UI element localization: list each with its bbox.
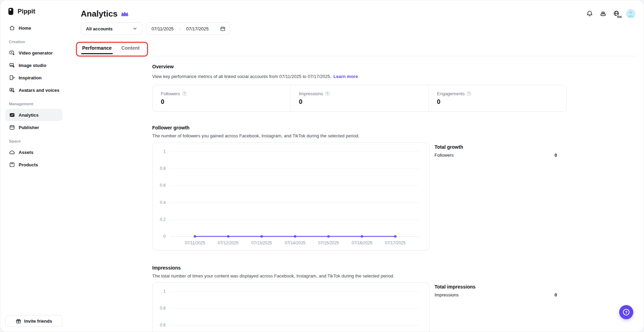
app-window: Pippit Home Creation Video generator [0,0,644,332]
analytics-icon [9,112,15,118]
summary-value: 0 [555,153,557,158]
metric-impressions: Impressions ? 0 [290,85,428,111]
topbar-actions: EN [586,9,635,18]
sidebar-nav: Home Creation Video generator Image stud… [0,22,68,171]
impressions-description: The total number of times your content w… [152,273,567,279]
plan-usage-icon[interactable] [599,10,607,18]
overview-description: View key performance metrics of all link… [152,74,567,79]
follower-growth-heading: Follower growth [152,125,567,130]
pippit-logo-icon [7,7,15,16]
sidebar-item-label: Avatars and voices [19,88,59,93]
question-mark-icon: ? [623,309,630,315]
gift-icon [16,318,21,324]
chart-series-line [153,283,429,332]
sidebar-item-inspiration[interactable]: Inspiration [5,71,62,84]
sidebar-item-publisher[interactable]: Publisher [5,121,62,134]
image-studio-icon [9,62,15,68]
overview-description-text: View key performance metrics of all link… [152,74,331,79]
sidebar-item-label: Publisher [19,125,39,130]
overview-heading: Overview [152,64,567,69]
sidebar-item-avatars-and-voices[interactable]: Avatars and voices [5,84,62,96]
sidebar-item-label: Assets [19,150,33,155]
follower-growth-description: The number of followers you gained acros… [152,133,567,138]
publisher-icon [9,124,15,130]
tab-content[interactable]: Content [121,43,140,56]
sidebar-item-label: Inspiration [19,75,41,80]
home-icon [9,25,15,31]
metric-label: Impressions [299,91,323,96]
filters-row: All accounts 07/11/2025 - 07/17/2025 [81,22,636,35]
summary-value: 0 [555,292,557,297]
metric-value: 0 [299,98,428,106]
help-circle-icon[interactable]: ? [325,91,330,96]
main-content: Analytics All accounts 07/11/2025 - 07/1… [68,0,644,332]
notification-bell-icon[interactable] [586,10,593,18]
date-range-picker[interactable]: 07/11/2025 - 07/17/2025 [146,22,230,35]
metric-value: 0 [161,98,290,106]
user-avatar[interactable] [626,9,635,18]
metric-label: Engagements [437,91,465,96]
summary-label: Impressions [435,292,459,297]
date-end: 07/17/2025 [186,26,208,31]
sidebar-section-space: Space [9,139,68,145]
sidebar-item-image-studio[interactable]: Image studio [5,59,62,71]
tabs-row: Performance Content [81,43,636,56]
sidebar-item-label: Home [19,26,31,31]
metric-engagements: Engagements ? 0 [428,85,566,111]
sidebar-section-management: Management [9,102,68,108]
account-select[interactable]: All accounts [81,22,142,35]
language-label: EN [617,15,622,19]
summary-label: Followers [435,153,454,158]
brand-name: Pippit [18,8,35,15]
page-title: Analytics [81,9,118,19]
summary-title: Total growth [435,144,567,150]
chart-series-line [153,143,429,250]
invite-friends-label: Invite friends [24,319,52,324]
sidebar-section-creation: Creation [9,40,68,46]
follower-growth-chart: 10.80.60.40.2007/11/202507/12/202507/13/… [152,143,430,251]
crown-icon [121,11,129,17]
assets-icon [9,149,15,155]
metric-label: Followers [161,91,180,96]
sidebar: Pippit Home Creation Video generator [0,0,68,332]
sidebar-item-home[interactable]: Home [5,22,62,34]
date-start: 07/11/2025 [152,26,174,31]
performance-sections: Overview View key performance metrics of… [152,64,567,332]
help-circle-icon[interactable]: ? [467,91,471,96]
learn-more-link[interactable]: Learn more [333,74,358,79]
summary-title: Total impressions [435,284,567,290]
inspiration-icon [9,75,15,81]
sidebar-item-video-generator[interactable]: Video generator [5,47,62,59]
sidebar-item-assets[interactable]: Assets [5,146,62,158]
invite-friends-button[interactable]: Invite friends [5,315,62,327]
sidebar-item-analytics[interactable]: Analytics [5,109,62,121]
total-growth-summary: Total growth Followers 0 [435,143,567,158]
metric-followers: Followers ? 0 [153,85,290,111]
sidebar-item-label: Analytics [19,113,39,118]
language-globe-icon[interactable]: EN [613,10,620,18]
chevron-down-icon [132,26,138,31]
impressions-chart: 10.80.60.40.2007/11/202507/12/202507/13/… [152,282,430,332]
sidebar-item-label: Video generator [19,50,53,56]
calendar-icon [220,26,226,32]
sidebar-item-label: Image studio [19,63,46,68]
total-impressions-summary: Total impressions Impressions 0 [435,282,567,297]
pippit-logo[interactable]: Pippit [7,7,68,16]
help-button[interactable]: ? [619,305,633,319]
overview-metrics-card: Followers ? 0 Impressions ? 0 Engagement… [152,85,567,112]
metric-value: 0 [437,98,566,106]
help-circle-icon[interactable]: ? [182,91,187,96]
video-generator-icon [9,50,15,56]
products-icon [9,162,15,168]
sidebar-item-products[interactable]: Products [5,158,62,171]
date-separator: - [179,26,180,31]
avatars-and-voices-icon [9,87,15,93]
tabs-divider [149,56,636,56]
tab-performance[interactable]: Performance [82,43,112,56]
follower-growth-row: 10.80.60.40.2007/11/202507/12/202507/13/… [152,143,567,251]
impressions-row: 10.80.60.40.2007/11/202507/12/202507/13/… [152,282,567,332]
sidebar-item-label: Products [19,162,38,167]
account-select-value: All accounts [86,26,113,31]
impressions-heading: Impressions [152,265,567,271]
